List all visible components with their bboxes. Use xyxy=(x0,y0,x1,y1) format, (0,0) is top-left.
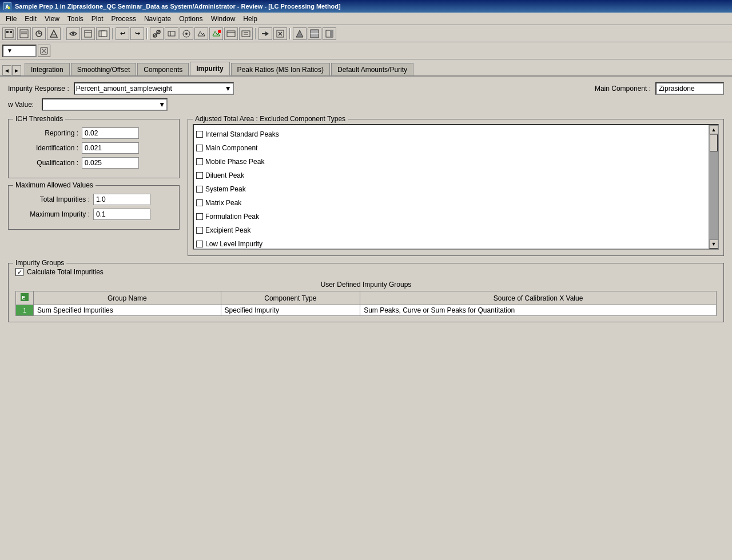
menu-options[interactable]: Options xyxy=(176,14,206,24)
checkbox-main-component[interactable] xyxy=(196,145,203,151)
toolbar-btn-7[interactable] xyxy=(96,27,110,40)
svg-point-24 xyxy=(185,33,188,35)
total-impurities-input[interactable] xyxy=(93,194,150,205)
checklist-label-7: Excipient Peak xyxy=(205,226,250,234)
checklist-label-3: Diluent Peak xyxy=(205,171,244,179)
menu-edit[interactable]: Edit xyxy=(21,14,40,24)
toolbar-btn-11[interactable] xyxy=(194,27,208,40)
impurity-groups-title: Impurity Groups xyxy=(13,259,66,267)
max-allowed-title: Maximum Allowed Values xyxy=(13,181,96,189)
checklist-label-0: Internal Standard Peaks xyxy=(205,130,279,138)
toolbar-btn-5[interactable] xyxy=(66,27,80,40)
checkbox-mobile-phase[interactable] xyxy=(196,158,203,165)
tab-peak-ratios[interactable]: Peak Ratios (MS Ion Ratios) xyxy=(231,63,330,75)
scroll-up-button[interactable]: ▲ xyxy=(709,125,718,134)
toolbar-undo[interactable]: ↩ xyxy=(116,27,129,40)
reporting-input[interactable] xyxy=(82,127,139,139)
svg-rect-5 xyxy=(10,31,12,33)
calculate-total-checkbox[interactable]: ✓ xyxy=(15,268,23,276)
main-toolbar: ↩ ↪ xyxy=(0,25,732,42)
toolbar-btn-6[interactable] xyxy=(81,27,95,40)
toolbar-btn-17[interactable] xyxy=(293,27,307,40)
tab-bar: ◄ ► Integration Smoothing/Offset Compone… xyxy=(0,59,732,77)
svg-rect-17 xyxy=(101,31,107,37)
tab-smoothing[interactable]: Smoothing/Offset xyxy=(71,63,137,75)
tab-default-amounts[interactable]: Default Amounts/Purity xyxy=(331,63,413,75)
impurity-groups-section: Impurity Groups ✓ Calculate Total Impuri… xyxy=(8,263,724,322)
checkbox-excipient[interactable] xyxy=(196,227,203,234)
table-header-component-type: Component Type xyxy=(221,291,360,305)
nav-dropdown[interactable]: ▼ xyxy=(2,45,37,57)
main-component-value: Ziprasidone xyxy=(655,82,724,95)
menu-process[interactable]: Process xyxy=(108,14,140,24)
svg-point-25 xyxy=(218,30,221,33)
toolbar-btn-9[interactable] xyxy=(165,27,178,40)
list-item: Formulation Peak xyxy=(196,210,706,223)
qualification-label: Qualification : xyxy=(15,159,78,167)
checklist-inner: Internal Standard Peaks Main Component M… xyxy=(193,124,719,250)
svg-rect-21 xyxy=(168,31,175,36)
toolbar-btn-4[interactable] xyxy=(47,27,61,40)
menu-navigate[interactable]: Navigate xyxy=(141,14,174,24)
scroll-down-button[interactable]: ▼ xyxy=(709,239,718,249)
menu-help[interactable]: Help xyxy=(240,14,261,24)
list-item: Diluent Peak xyxy=(196,169,706,182)
toolbar-btn-19[interactable] xyxy=(323,27,336,40)
toolbar-btn-8[interactable] xyxy=(150,27,164,40)
clear-button[interactable] xyxy=(38,45,50,57)
checkbox-system[interactable] xyxy=(196,186,203,193)
toolbar-btn-2[interactable] xyxy=(17,27,31,40)
w-value-select[interactable]: ▼ xyxy=(42,98,168,111)
svg-point-13 xyxy=(72,33,74,35)
toolbar-sep-2 xyxy=(112,28,113,39)
tab-nav: ◄ ► xyxy=(2,65,21,75)
table-title: User Defined Impurity Groups xyxy=(15,281,717,289)
svg-rect-26 xyxy=(227,31,235,37)
tab-prev-button[interactable]: ◄ xyxy=(2,65,11,75)
toolbar-btn-14[interactable] xyxy=(239,27,253,40)
reporting-row: Reporting : xyxy=(15,127,172,139)
toolbar-btn-13[interactable] xyxy=(224,27,238,40)
tab-components[interactable]: Components xyxy=(137,63,189,75)
tab-integration[interactable]: Integration xyxy=(25,63,70,75)
checkbox-internal-standard[interactable] xyxy=(196,131,203,138)
checkbox-low-level[interactable] xyxy=(196,241,203,247)
toolbar-redo[interactable]: ↪ xyxy=(130,27,144,40)
list-item: Mobile Phase Peak xyxy=(196,155,706,169)
toolbar2: ▼ xyxy=(0,42,732,59)
calculate-total-row: ✓ Calculate Total Impurities xyxy=(15,268,717,276)
menu-window[interactable]: Window xyxy=(208,14,239,24)
title-bar: A A Sample Prep 1 in Ziprasidone_QC Semi… xyxy=(0,0,732,13)
impurity-response-row: Impurity Response : Percent_amount_sampl… xyxy=(8,82,595,95)
svg-rect-4 xyxy=(6,31,9,33)
list-item: Main Component xyxy=(196,141,706,155)
toolbar-btn-18[interactable] xyxy=(308,27,321,40)
tab-impurity[interactable]: Impurity xyxy=(190,62,229,75)
menu-tools[interactable]: Tools xyxy=(64,14,87,24)
main-component-label: Main Component : xyxy=(595,85,651,93)
scroll-thumb[interactable] xyxy=(710,134,718,151)
toolbar-btn-16[interactable] xyxy=(273,27,287,40)
toolbar-btn-15[interactable] xyxy=(258,27,272,40)
checklist-label-2: Mobile Phase Peak xyxy=(205,158,264,166)
menu-plot[interactable]: Plot xyxy=(88,14,107,24)
toolbar-btn-10[interactable] xyxy=(180,27,193,40)
checkbox-diluent[interactable] xyxy=(196,172,203,179)
impurity-response-select[interactable]: Percent_amount_sampleweight ▼ xyxy=(74,82,234,95)
menu-file[interactable]: File xyxy=(2,14,20,24)
ich-thresholds-title: ICH Thresholds xyxy=(13,115,65,123)
checkbox-matrix[interactable] xyxy=(196,199,203,206)
calculate-total-label: Calculate Total Impurities xyxy=(27,268,104,276)
toolbar-btn-1[interactable] xyxy=(2,27,16,40)
tab-next-button[interactable]: ► xyxy=(12,65,21,75)
adjusted-total-group: Adjusted Total Area : Excluded Component… xyxy=(188,119,724,256)
checkbox-formulation[interactable] xyxy=(196,213,203,220)
qualification-input[interactable] xyxy=(82,157,139,169)
toolbar-btn-3[interactable] xyxy=(32,27,46,40)
toolbar-btn-12[interactable] xyxy=(209,27,223,40)
toolbar-sep-4 xyxy=(255,28,256,39)
menu-view[interactable]: View xyxy=(41,14,63,24)
max-impurity-input[interactable] xyxy=(93,209,150,220)
impurity-response-arrow-icon: ▼ xyxy=(225,85,232,93)
identification-input[interactable] xyxy=(82,142,139,154)
